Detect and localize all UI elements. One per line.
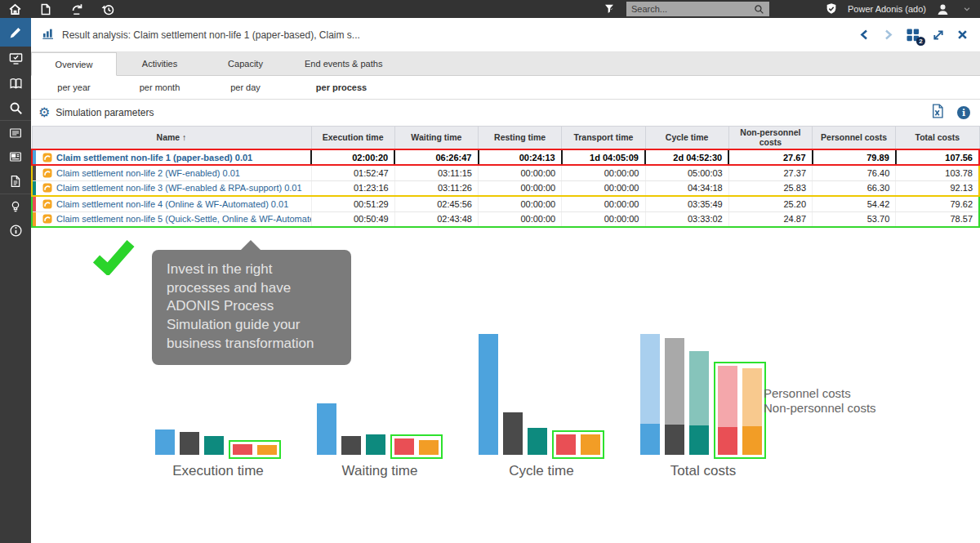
metric-cell: 25.20 [728, 196, 812, 211]
subtab-per-day[interactable]: per day [203, 76, 288, 99]
table-row[interactable]: Claim settlement non-life 4 (Online & WF… [32, 196, 979, 211]
bar-series-2 [341, 436, 361, 455]
process-name-link[interactable]: Claim settlement non-life 2 (WF-enabled)… [56, 168, 240, 178]
row-name-cell[interactable]: Claim settlement non-life 2 (WF-enabled)… [32, 165, 311, 180]
metric-cell: 00:24:13 [479, 149, 562, 165]
bar-series-2 [503, 412, 523, 455]
bar-non-personnel-segment [718, 427, 737, 455]
search-box [626, 2, 769, 16]
fullscreen-icon[interactable] [932, 29, 945, 42]
column-header-total-costs[interactable]: Total costs [896, 127, 979, 150]
highlight-box [714, 362, 766, 459]
row-name-cell[interactable]: Claim settlement non-life 5 (Quick-Settl… [32, 211, 311, 227]
metric-cell: 00:50:49 [311, 211, 394, 227]
info-icon[interactable]: i [957, 106, 970, 119]
process-name-link[interactable]: Claim settlement non-life 4 (Online & WF… [56, 199, 288, 209]
callout-arrow [240, 240, 261, 251]
simulation-results-table: Name ↑Execution timeWaiting timeResting … [31, 126, 980, 228]
metric-cell: 78.57 [896, 211, 979, 227]
row-name-cell[interactable]: Claim settlement non-life 4 (Online & WF… [32, 196, 311, 211]
metric-cell: 27.37 [728, 165, 812, 180]
bar-cluster [479, 316, 604, 455]
insights-icon [9, 199, 22, 214]
green-checkmark-icon [91, 239, 136, 275]
metric-cell: 107.56 [896, 149, 979, 165]
metric-cell: 03:11:15 [394, 165, 478, 180]
open-windows-icon[interactable]: 2 [906, 28, 920, 42]
bar-cluster [317, 316, 443, 455]
sidebar-item-edit[interactable] [0, 18, 31, 47]
metric-cell: 54.42 [813, 196, 896, 211]
chart-group-label: Waiting time [342, 463, 418, 479]
subtab-per-year[interactable]: per year [31, 76, 117, 99]
metric-cell: 24.87 [728, 211, 812, 227]
row-name-cell[interactable]: Claim settlement non-life 3 (WF-enabled … [32, 180, 311, 196]
security-shield-icon[interactable] [823, 1, 840, 17]
table-row[interactable]: Claim settlement non-life 2 (WF-enabled)… [32, 165, 979, 180]
sidebar-item-insights[interactable] [0, 194, 31, 218]
home-icon[interactable] [7, 1, 23, 17]
metric-cell: 00:00:00 [562, 165, 645, 180]
nav-forward-icon[interactable] [882, 29, 894, 41]
sidebar-item-library[interactable] [0, 71, 31, 96]
process-name-link[interactable]: Claim settlement non-life 1 (paper-based… [56, 153, 252, 162]
new-model-icon[interactable] [38, 1, 54, 17]
user-label: Power Adonis (ado) [848, 4, 926, 14]
sidebar-item-documents[interactable] [0, 169, 31, 194]
process-name-link[interactable]: Claim settlement non-life 5 (Quick-Settl… [56, 214, 311, 224]
column-header-non-personnel-costs[interactable]: Non-personnel costs [728, 127, 812, 150]
sidebar-item-validate[interactable] [0, 47, 31, 71]
row-name-cell[interactable]: Claim settlement non-life 1 (paper-based… [32, 149, 311, 165]
process-name-link[interactable]: Claim settlement non-life 3 (WF-enabled … [56, 183, 302, 193]
simulation-parameters-bar: ⚙ Simulation parameters i [31, 100, 980, 126]
table-row[interactable]: Claim settlement non-life 1 (paper-based… [32, 149, 979, 165]
table-row[interactable]: Claim settlement non-life 5 (Quick-Settl… [32, 211, 979, 227]
metric-cell: 03:33:02 [645, 211, 728, 227]
window-count-badge: 2 [916, 37, 925, 46]
user-menu-chevron-icon[interactable] [959, 1, 975, 17]
bar-series-2 [180, 432, 199, 455]
column-header-transport-time[interactable]: Transport time [562, 127, 645, 150]
metric-cell: 00:00:00 [562, 196, 645, 211]
search-icon[interactable] [754, 4, 764, 15]
bar-non-personnel-segment [742, 426, 762, 455]
tab-capacity[interactable]: Capacity [203, 52, 288, 75]
highlight-box [229, 440, 281, 459]
publish-icon[interactable] [69, 1, 85, 17]
sidebar-item-explorer[interactable] [0, 145, 31, 169]
column-header-waiting-time[interactable]: Waiting time [394, 127, 478, 150]
column-header-cycle-time[interactable]: Cycle time [645, 127, 728, 150]
close-icon[interactable] [956, 29, 969, 41]
topbar-right: Power Adonis (ado) [602, 1, 975, 17]
history-icon[interactable] [100, 1, 116, 17]
subtab-per-month[interactable]: per month [117, 76, 203, 99]
tab-activities[interactable]: Activities [117, 52, 203, 75]
series-color-chip [33, 197, 36, 211]
legend-entry: Non-personnel costs [764, 401, 876, 416]
bar-series-1 [317, 403, 336, 455]
bar-non-personnel-segment [689, 425, 709, 455]
tab-end-events-paths[interactable]: End events & paths [288, 52, 399, 75]
user-avatar-icon[interactable] [934, 1, 951, 17]
sidebar-item-info[interactable] [0, 218, 31, 243]
nav-back-icon[interactable] [858, 29, 871, 41]
subtab-per-process[interactable]: per process [288, 76, 394, 99]
table-row[interactable]: Claim settlement non-life 3 (WF-enabled … [32, 180, 979, 196]
export-excel-icon[interactable] [931, 104, 944, 122]
main-panel: Result analysis: Claim settlement non-li… [31, 18, 980, 543]
column-header-name[interactable]: Name ↑ [32, 127, 311, 150]
column-header-resting-time[interactable]: Resting time [479, 127, 562, 150]
gear-icon[interactable]: ⚙ [38, 106, 50, 119]
search-input[interactable] [631, 4, 754, 14]
metric-cell: 00:00:00 [479, 180, 562, 196]
tab-overview[interactable]: Overview [31, 52, 117, 76]
series-color-chip [33, 166, 36, 180]
sidebar-item-forms[interactable] [0, 120, 31, 145]
column-header-execution-time[interactable]: Execution time [311, 127, 394, 150]
column-header-personnel-costs[interactable]: Personnel costs [813, 127, 896, 150]
process-model-icon [42, 214, 52, 224]
metric-cell: 01:23:16 [311, 180, 394, 196]
filter-icon[interactable] [602, 1, 618, 17]
highlight-box [390, 434, 443, 459]
sidebar-item-search[interactable] [0, 96, 31, 120]
